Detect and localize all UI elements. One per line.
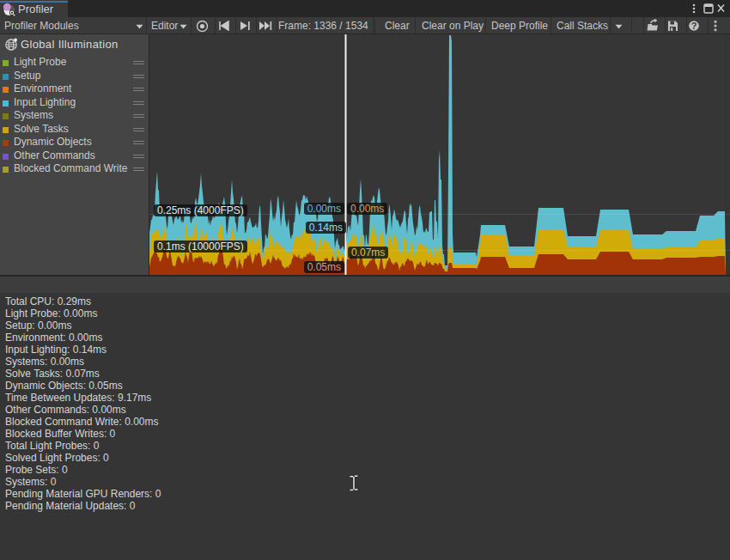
svg-text:?: ? [691, 21, 697, 31]
